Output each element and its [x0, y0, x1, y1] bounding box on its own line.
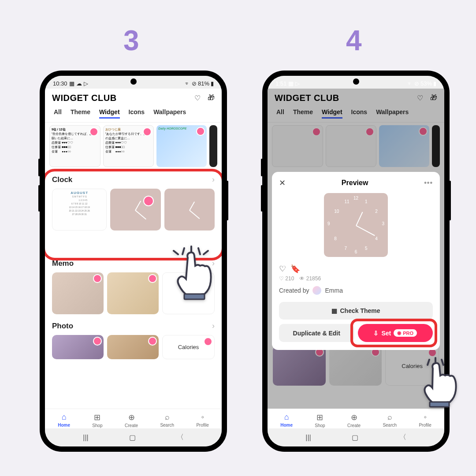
- status-time: 10:30: [53, 80, 67, 87]
- nav-create[interactable]: ⊕Create: [125, 413, 138, 428]
- section-title-memo: Memo: [52, 259, 74, 268]
- nav-search[interactable]: ⌕Search: [383, 413, 397, 428]
- home-button[interactable]: ▢: [129, 433, 136, 442]
- badge-icon: [204, 337, 212, 346]
- badge-icon: [148, 337, 157, 346]
- nav-label: Profile: [196, 423, 208, 428]
- tab-wallpapers[interactable]: Wallpapers: [376, 108, 409, 119]
- battery-icon: ▮: [433, 80, 436, 87]
- horoscope-card-2[interactable]: おひつじ座 "あなたが牽引する日です。自分の直感に素直に… 恋愛運 ♥♥♥♡♡仕…: [103, 125, 154, 167]
- app-title: WIDGET CLUB: [275, 93, 339, 103]
- system-nav: ||| ▢ 〈: [268, 428, 444, 446]
- main-content[interactable]: 9位 / 12位 "自分自身を信じてすれば、思い願いた結果に… 恋愛運 ♥♥♥♡…: [45, 123, 222, 361]
- nav-home[interactable]: ⌂Home: [280, 413, 293, 428]
- clock-widget-1[interactable]: [110, 189, 160, 231]
- wifi-icon: ᯤ: [185, 80, 190, 87]
- horoscope-card-3[interactable]: Daily HOROSCOPE: [156, 125, 207, 167]
- tab-widget[interactable]: Widget: [322, 108, 342, 119]
- back-button[interactable]: 〈: [399, 433, 406, 442]
- memo-widget-2[interactable]: [107, 272, 159, 314]
- calendar-grid: S M T W T F S 1 2 3 4 56 7 8 9 10 11 121…: [54, 195, 104, 216]
- tab-theme[interactable]: Theme: [71, 108, 90, 119]
- tab-wallpapers[interactable]: Wallpapers: [153, 108, 186, 119]
- chevron-right-icon[interactable]: ›: [212, 321, 215, 331]
- status-time: 1:51: [275, 80, 286, 87]
- svg-line-2: [198, 248, 200, 254]
- like-button[interactable]: ♡: [279, 264, 286, 274]
- photo-widget-3[interactable]: Calories: [162, 335, 215, 359]
- battery-icon: ▮: [211, 80, 214, 87]
- more-icon[interactable]: •••: [424, 179, 433, 187]
- creator-name: Emma: [325, 287, 342, 294]
- preview-sheet: ✕ Preview ••• 12 11 1 10 2 9 3 8 4 7 5 6: [272, 172, 440, 350]
- camera-notch: [130, 78, 137, 85]
- tab-all[interactable]: All: [54, 108, 62, 119]
- image-icon: ▦: [69, 80, 74, 87]
- recents-button[interactable]: |||: [305, 434, 311, 442]
- close-button[interactable]: ✕: [279, 178, 286, 188]
- calendar-month: AUGUST: [54, 191, 104, 195]
- check-theme-button[interactable]: ▦ Check Theme: [279, 302, 433, 320]
- battery-percent: 53%: [420, 80, 432, 87]
- photo-widget-1[interactable]: [52, 335, 104, 359]
- back-button[interactable]: 〈: [177, 433, 184, 442]
- horoscope-card-1[interactable]: 9位 / 12位 "自分自身を信じてすれば、思い願いた結果に… 恋愛運 ♥♥♥♡…: [49, 125, 100, 167]
- button-label: Set: [381, 330, 391, 337]
- nav-shop[interactable]: ⊞Shop: [92, 413, 102, 428]
- nav-profile[interactable]: ◦Profile: [419, 413, 431, 428]
- recents-button[interactable]: |||: [83, 434, 88, 442]
- badge-icon: [89, 127, 98, 136]
- clock-section: Clock › AUGUST S M T W T F S 1 2 3 4 56 …: [45, 170, 222, 232]
- badge-icon: [143, 196, 154, 206]
- horoscope-card-4[interactable]: [209, 125, 217, 167]
- bottom-nav: ⌂Home ⊞Shop ⊕Create ⌕Search ◦Profile: [268, 409, 444, 430]
- view-count: 👁 21856: [299, 275, 321, 282]
- nav-profile[interactable]: ◦Profile: [196, 413, 208, 428]
- tab-icons[interactable]: Icons: [129, 108, 145, 119]
- section-title-photo: Photo: [52, 322, 73, 331]
- clock-widget-2[interactable]: [164, 189, 215, 231]
- bookmark-button[interactable]: 🔖: [290, 264, 300, 274]
- nav-search[interactable]: ⌕Search: [160, 413, 174, 428]
- svg-line-3: [174, 251, 178, 254]
- set-button[interactable]: ⇩ Set ◉ PRO: [358, 324, 433, 342]
- duplicate-edit-button[interactable]: Duplicate & Edit: [279, 324, 354, 342]
- svg-rect-9: [430, 402, 449, 407]
- tabs: All Theme Widget Icons Wallpapers: [45, 106, 222, 123]
- nav-label: Search: [160, 423, 174, 428]
- tab-widget[interactable]: Widget: [99, 108, 120, 119]
- play-icon: ▷: [84, 80, 88, 87]
- tab-theme[interactable]: Theme: [293, 108, 313, 119]
- gift-icon[interactable]: 🎁︎: [430, 94, 437, 102]
- sheet-title: Preview: [286, 179, 424, 187]
- button-label: Duplicate & Edit: [293, 330, 340, 337]
- nav-shop[interactable]: ⊞Shop: [315, 413, 325, 428]
- calendar-widget[interactable]: AUGUST S M T W T F S 1 2 3 4 56 7 8 9 10…: [52, 189, 107, 231]
- no-signal-icon: ⊘: [414, 80, 419, 87]
- svg-line-4: [204, 251, 208, 254]
- card-meta: 恋愛運 ♥♥♥♡♡仕事運 ■■■□□金運 ●●●○○: [105, 141, 152, 154]
- like-count: ♡ 210: [279, 275, 294, 282]
- photo-widget-2[interactable]: [107, 335, 159, 359]
- button-label: Check Theme: [340, 307, 380, 314]
- heart-icon[interactable]: ♡: [194, 94, 201, 102]
- nav-label: Shop: [92, 423, 102, 428]
- plus-icon: ⊕: [128, 413, 135, 422]
- creator-row[interactable]: Created by Emma: [279, 286, 433, 295]
- chevron-right-icon[interactable]: ›: [212, 175, 215, 184]
- gift-icon[interactable]: 🎁︎: [208, 94, 215, 102]
- grid-icon: ▦: [331, 307, 337, 314]
- nav-home[interactable]: ⌂Home: [58, 413, 70, 428]
- badge-icon: [93, 337, 102, 346]
- home-button[interactable]: ▢: [352, 433, 358, 442]
- heart-icon[interactable]: ♡: [417, 94, 423, 102]
- tab-all[interactable]: All: [276, 108, 284, 119]
- memo-widget-1[interactable]: [52, 272, 104, 314]
- system-nav: ||| ▢ 〈: [45, 428, 222, 446]
- step-number-4: 4: [346, 24, 362, 57]
- nav-create[interactable]: ⊕Create: [347, 413, 361, 428]
- calories-label: Calories: [178, 344, 199, 350]
- app-header: WIDGET CLUB ♡ 🎁︎: [45, 89, 222, 106]
- tab-icons[interactable]: Icons: [351, 108, 368, 119]
- nav-label: Home: [58, 423, 70, 428]
